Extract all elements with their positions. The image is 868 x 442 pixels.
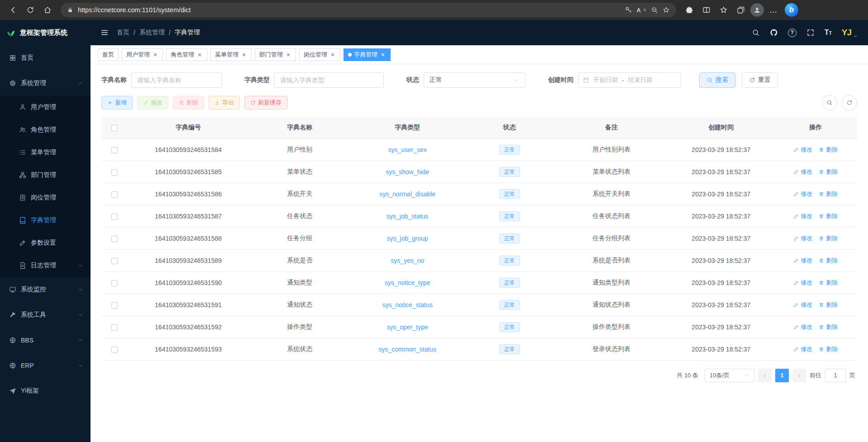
row-delete-button[interactable]: 删除: [819, 190, 838, 198]
tab-role-mgmt[interactable]: 角色管理×: [166, 48, 207, 61]
address-bar[interactable]: https://ccnetcore.com:1101/system/dict A: [61, 3, 676, 17]
sidebar-item-log-mgmt[interactable]: 日志管理: [0, 254, 91, 277]
delete-button[interactable]: 删除: [173, 96, 204, 109]
close-icon[interactable]: ×: [329, 51, 336, 58]
export-button[interactable]: 导出: [209, 96, 240, 109]
row-checkbox[interactable]: [111, 258, 118, 264]
browser-menu-ellipsis[interactable]: …: [766, 2, 781, 18]
sidebar-item-system-mgmt[interactable]: 系统管理: [0, 71, 91, 96]
row-checkbox[interactable]: [111, 214, 118, 220]
browser-back-button[interactable]: [5, 2, 21, 18]
date-range-picker[interactable]: 开始日期 - 结束日期: [578, 72, 681, 88]
dict-name-input[interactable]: [131, 72, 222, 88]
row-edit-button[interactable]: 修改: [793, 168, 812, 176]
sidebar-item-role-mgmt[interactable]: 角色管理: [0, 119, 91, 141]
profile-avatar[interactable]: [750, 3, 764, 17]
breadcrumb-home[interactable]: 首页: [117, 29, 129, 37]
dict-type-link[interactable]: sys_notice_type: [385, 279, 430, 286]
row-delete-button[interactable]: 删除: [819, 168, 838, 176]
sidebar-item-user-mgmt[interactable]: 用户管理: [0, 96, 91, 119]
dict-type-link[interactable]: sys_notice_status: [382, 301, 433, 309]
row-delete-button[interactable]: 删除: [819, 257, 838, 265]
dict-type-link[interactable]: sys_yes_no: [391, 257, 424, 264]
add-button[interactable]: 新增: [101, 96, 133, 109]
tab-menu-mgmt[interactable]: 菜单管理×: [210, 48, 252, 61]
row-edit-button[interactable]: 修改: [793, 323, 812, 331]
current-page-button[interactable]: 1: [775, 369, 789, 382]
row-checkbox[interactable]: [111, 169, 118, 176]
dict-type-link[interactable]: sys_job_status: [386, 213, 429, 220]
sidebar-item-system-tools[interactable]: 系统工具: [0, 302, 91, 328]
tab-user-mgmt[interactable]: 用户管理×: [122, 48, 163, 61]
sidebar-item-yi-framework[interactable]: Yi框架: [0, 378, 91, 404]
dict-type-link[interactable]: sys_job_group: [387, 235, 428, 242]
status-select[interactable]: 正常: [424, 72, 525, 88]
row-delete-button[interactable]: 删除: [819, 301, 838, 309]
collections-icon[interactable]: [733, 2, 749, 18]
sidebar-item-system-monitor[interactable]: 系统监控: [0, 277, 91, 302]
close-icon[interactable]: ×: [380, 51, 386, 58]
fullscreen-icon[interactable]: [806, 29, 815, 37]
github-icon[interactable]: [770, 29, 778, 37]
toggle-search-button[interactable]: [822, 95, 837, 110]
help-icon[interactable]: ?: [788, 29, 796, 37]
search-button[interactable]: 搜索: [699, 72, 735, 88]
copilot-bing-icon[interactable]: b: [785, 3, 798, 17]
header-search-icon[interactable]: [752, 29, 760, 37]
row-checkbox[interactable]: [111, 280, 118, 286]
read-aloud-icon[interactable]: A: [637, 7, 646, 14]
zoom-out-icon[interactable]: [651, 6, 658, 14]
dict-type-link[interactable]: sys_oper_type: [387, 323, 428, 331]
close-icon[interactable]: ×: [152, 51, 158, 58]
extensions-icon[interactable]: [682, 2, 697, 18]
favorites-icon[interactable]: [716, 2, 731, 18]
breadcrumb-system[interactable]: 系统管理: [139, 29, 165, 37]
tab-home[interactable]: 首页: [98, 48, 119, 61]
row-checkbox[interactable]: [111, 324, 118, 331]
prev-page-button[interactable]: ‹: [758, 369, 772, 382]
tab-post-mgmt[interactable]: 岗位管理×: [299, 48, 340, 61]
row-delete-button[interactable]: 删除: [819, 279, 838, 287]
tab-dept-mgmt[interactable]: 部门管理×: [255, 48, 296, 61]
sidebar-item-post-mgmt[interactable]: 岗位管理: [0, 186, 91, 209]
font-size-icon[interactable]: TT: [825, 29, 832, 37]
edit-button[interactable]: 修改: [137, 96, 168, 109]
sidebar-item-param-settings[interactable]: 参数设置: [0, 232, 91, 254]
row-edit-button[interactable]: 修改: [793, 279, 812, 287]
select-all-checkbox[interactable]: [111, 125, 118, 131]
reset-button[interactable]: 重置: [742, 72, 778, 88]
row-checkbox[interactable]: [111, 302, 118, 309]
goto-page-input[interactable]: [825, 369, 846, 382]
row-edit-button[interactable]: 修改: [793, 234, 812, 242]
sidebar-item-erp[interactable]: ERP: [0, 353, 91, 378]
row-delete-button[interactable]: 删除: [819, 323, 838, 331]
next-page-button[interactable]: ›: [792, 369, 806, 382]
row-edit-button[interactable]: 修改: [793, 257, 812, 265]
row-edit-button[interactable]: 修改: [793, 146, 812, 154]
close-icon[interactable]: ×: [285, 51, 291, 58]
row-delete-button[interactable]: 删除: [819, 234, 838, 242]
row-edit-button[interactable]: 修改: [793, 345, 812, 353]
sidebar-item-dept-mgmt[interactable]: 部门管理: [0, 164, 91, 186]
dict-type-input[interactable]: [274, 72, 384, 88]
refresh-cache-button[interactable]: 刷新缓存: [244, 96, 287, 109]
row-edit-button[interactable]: 修改: [793, 301, 812, 309]
page-size-select[interactable]: 10条/页: [705, 369, 754, 382]
row-delete-button[interactable]: 删除: [819, 345, 838, 353]
row-checkbox[interactable]: [111, 347, 118, 353]
dict-type-link[interactable]: sys_user_sex: [388, 146, 427, 153]
close-icon[interactable]: ×: [196, 51, 203, 58]
split-screen-icon[interactable]: [699, 2, 714, 18]
dict-type-link[interactable]: sys_common_status: [379, 346, 437, 353]
row-edit-button[interactable]: 修改: [793, 212, 812, 220]
browser-home-button[interactable]: [40, 2, 55, 18]
add-favorite-star-icon[interactable]: [663, 6, 670, 14]
sidebar-item-bbs[interactable]: BBS: [0, 328, 91, 353]
row-checkbox[interactable]: [111, 236, 118, 242]
sidebar-item-menu-mgmt[interactable]: 菜单管理: [0, 141, 91, 164]
tab-dict-mgmt[interactable]: 字典管理×: [343, 48, 391, 61]
row-checkbox[interactable]: [111, 147, 118, 153]
key-icon[interactable]: [625, 6, 632, 14]
user-logo-menu[interactable]: YJ: [842, 28, 858, 38]
row-delete-button[interactable]: 删除: [819, 212, 838, 220]
